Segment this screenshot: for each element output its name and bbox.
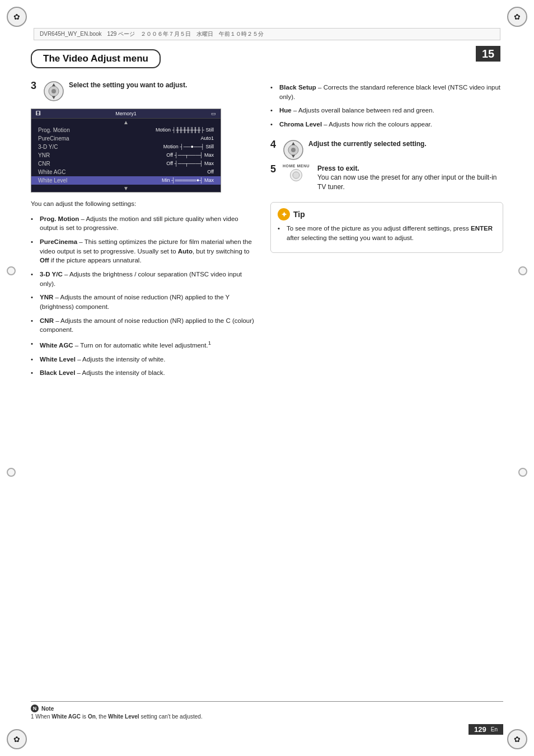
bullet-white-level: White Level – Adjusts the intensity of w…: [31, 355, 255, 364]
menu-row-0-value: Motion ┤╫╫╫╫╫╫╫├ Still: [156, 127, 214, 133]
tip-bullet-list: To see more of the picture as you adjust…: [278, 224, 496, 242]
tip-header: ✦ Tip: [278, 208, 496, 220]
bullet-3dyc: 3-D Y/C – Adjusts the brightness / colou…: [31, 270, 255, 288]
bullet-text-2: 3-D Y/C – Adjusts the brightness / colou…: [40, 270, 255, 288]
menu-row-2-label: 3-D Y/C: [38, 144, 58, 150]
left-column: 3 Select the setting you want to adjust.: [31, 81, 255, 382]
menu-row-1: PureCinema Auto1: [31, 134, 221, 143]
tip-box: ✦ Tip To see more of the picture as you …: [270, 202, 503, 253]
menu-row-6-value: Min ┤══════●┤ Max: [162, 177, 214, 184]
top-file-info-bar: DVR645H_WY_EN.book 129 ページ ２００６年７月５日 水曜日…: [34, 28, 500, 40]
right-column: Black Setup – Corrects the standard refe…: [270, 81, 503, 382]
home-icon-svg: [292, 171, 300, 179]
home-menu-label: HOME MENU: [283, 164, 310, 168]
menu-row-5: White AGC Off: [31, 168, 221, 176]
bullet-text-7: Black Level – Adjusts the intensity of b…: [40, 368, 165, 378]
menu-row-1-label: PureCinema: [38, 135, 69, 142]
menu-row-6-label: White Level: [38, 177, 67, 184]
home-menu-icon-container: HOME MENU: [283, 164, 310, 181]
tip-icon: ✦: [278, 208, 290, 220]
menu-row-2-value: Motion ┤──●──┤ Still: [163, 144, 214, 150]
corner-decoration-bl: ✿: [7, 729, 27, 749]
step-5: 5 HOME MENU Press to exit. You can now u…: [270, 164, 503, 192]
side-marker-left-bottom: [7, 468, 16, 477]
step-4-text: Adjust the currently selected setting.: [308, 139, 427, 149]
step-3-number: 3: [31, 81, 39, 91]
bullet-text-6: White Level – Adjusts the intensity of w…: [40, 355, 165, 364]
page-suffix: En: [491, 726, 498, 732]
corner-symbol-bl: ✿: [13, 735, 20, 744]
menu-row-4-label: CNR: [38, 161, 50, 167]
corner-decoration-tr: ✿: [507, 7, 527, 27]
page-badge: 129 En: [469, 724, 503, 735]
page-number: 129: [474, 725, 486, 734]
corner-decoration-br: ✿: [507, 729, 527, 749]
bullet-text-0: Prog. Motion – Adjusts the motion and st…: [40, 214, 255, 233]
menu-screenshot: 🎞 Memory1 ▭ ▲ Prog. Motion Motion ┤╫╫╫╫╫…: [31, 109, 221, 192]
bullet-black-level: Black Level – Adjusts the intensity of b…: [31, 368, 255, 378]
menu-row-4: CNR Off ┤──┬───┤ Max: [31, 159, 221, 168]
bullet-list-left: Prog. Motion – Adjusts the motion and st…: [31, 214, 255, 378]
bullet-hue: Hue – Adjusts overall balance between re…: [270, 106, 503, 115]
step-5-number: 5: [270, 164, 278, 174]
menu-row-1-value: Auto1: [200, 135, 214, 142]
step-3: 3 Select the setting you want to adjust.: [31, 81, 255, 102]
side-marker-right-bottom: [518, 468, 527, 477]
menu-row-4-value: Off ┤──┬───┤ Max: [166, 161, 214, 167]
bullet-text-r0: Black Setup – Corrects the standard refe…: [279, 83, 503, 101]
menu-title-label: Memory1: [115, 111, 137, 116]
bullet-text-5: White AGC – Turn on for automatic white …: [40, 339, 211, 350]
bullet-text-4: CNR – Adjusts the amount of noise reduct…: [40, 316, 255, 335]
step-4-number: 4: [270, 139, 278, 149]
svg-point-10: [293, 172, 299, 179]
corner-symbol-br: ✿: [514, 735, 521, 744]
tip-label: Tip: [293, 210, 305, 219]
svg-point-9: [291, 148, 296, 152]
bullet-list-right: Black Setup – Corrects the standard refe…: [270, 83, 503, 129]
step-4: 4 Adjust the currently selected setting.: [270, 139, 503, 161]
bullet-white-agc: White AGC – Turn on for automatic white …: [31, 339, 255, 350]
bullet-prog-motion: Prog. Motion – Adjusts the motion and st…: [31, 214, 255, 233]
menu-title-right: ▭: [211, 111, 216, 116]
bullet-chroma-level: Chroma Level – Adjusts how rich the colo…: [270, 120, 503, 129]
note-text-0: 1 When White AGC is On, the White Level …: [31, 713, 203, 720]
menu-title-icon: 🎞: [36, 111, 41, 116]
menu-row-2: 3-D Y/C Motion ┤──●──┤ Still: [31, 143, 221, 151]
corner-symbol-tl: ✿: [13, 12, 20, 21]
bullet-text-r2: Chroma Level – Adjusts how rich the colo…: [279, 120, 432, 129]
body-text: You can adjust the following settings:: [31, 199, 255, 209]
menu-row-0-label: Prog. Motion: [38, 127, 70, 133]
menu-arrow-up: ▲: [31, 119, 221, 126]
bullet-text-3: YNR – Adjusts the amount of noise reduct…: [40, 293, 255, 311]
note-label: Note: [41, 706, 54, 712]
main-content: The Video Adjust menu 3 S: [31, 45, 503, 722]
menu-row-3-value: Off ┤──┬───┤ Max: [166, 152, 214, 158]
side-marker-left-top: [7, 266, 16, 275]
svg-point-4: [51, 89, 56, 93]
menu-row-3: YNR Off ┤──┬───┤ Max: [31, 151, 221, 159]
menu-row-5-label: White AGC: [38, 169, 65, 175]
side-marker-right-top: [518, 266, 527, 275]
home-menu-button: [290, 169, 302, 181]
content-columns: 3 Select the setting you want to adjust.: [31, 81, 503, 382]
bullet-text-r1: Hue – Adjusts overall balance between re…: [279, 106, 434, 115]
step-5-text: Press to exit. You can now use the prese…: [317, 164, 503, 192]
step-3-text: Select the setting you want to adjust.: [69, 81, 187, 90]
note-icon: N: [31, 705, 39, 712]
bullet-black-setup: Black Setup – Corrects the standard refe…: [270, 83, 503, 101]
bullet-purecinema: PureCinema – This setting optimizes the …: [31, 237, 255, 265]
bullet-ynr: YNR – Adjusts the amount of noise reduct…: [31, 293, 255, 311]
menu-row-3-label: YNR: [38, 152, 50, 158]
bullet-text-1: PureCinema – This setting optimizes the …: [40, 237, 255, 265]
corner-symbol-tr: ✿: [514, 12, 521, 21]
top-bar-text: DVR645H_WY_EN.book 129 ページ ２００６年７月５日 水曜日…: [40, 30, 264, 38]
note-header: N Note: [31, 705, 503, 712]
menu-arrow-down: ▼: [31, 185, 221, 192]
tip-bullet-text: To see more of the picture as you adjust…: [287, 224, 496, 242]
nav-dial-icon-step3: [43, 81, 64, 102]
nav-dial-icon-step4: [283, 139, 304, 161]
note-section: N Note 1 When White AGC is On, the White…: [31, 701, 503, 720]
bullet-cnr: CNR – Adjusts the amount of noise reduct…: [31, 316, 255, 335]
menu-title-bar: 🎞 Memory1 ▭: [31, 109, 221, 119]
tip-bullet-0: To see more of the picture as you adjust…: [278, 224, 496, 242]
